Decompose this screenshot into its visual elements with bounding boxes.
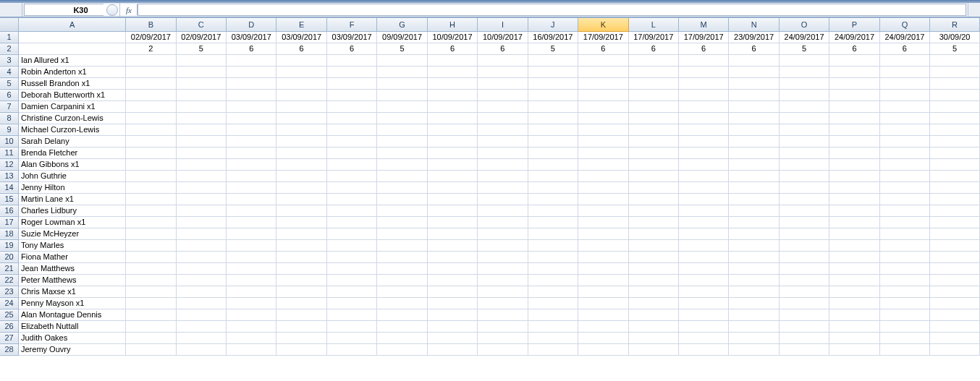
cell[interactable] <box>227 181 276 193</box>
cell[interactable] <box>829 124 879 135</box>
row-header[interactable]: 7 <box>0 100 19 112</box>
row-header[interactable]: 9 <box>0 124 19 135</box>
cell[interactable] <box>326 147 376 158</box>
cell[interactable] <box>930 124 980 135</box>
cell[interactable]: Chris Maxse x1 <box>19 286 126 297</box>
cell[interactable] <box>126 89 176 100</box>
cell[interactable] <box>879 112 929 124</box>
cell[interactable] <box>528 54 578 66</box>
cell[interactable]: 10/09/2017 <box>478 31 528 43</box>
cell[interactable] <box>628 100 678 112</box>
cell[interactable] <box>578 262 628 274</box>
row-header[interactable]: 6 <box>0 89 19 100</box>
cell[interactable] <box>829 66 879 77</box>
cell[interactable] <box>427 112 477 124</box>
cell[interactable] <box>377 228 427 239</box>
cell[interactable] <box>628 286 678 297</box>
cell[interactable] <box>377 147 427 158</box>
cell[interactable] <box>326 262 376 274</box>
cancel-formula-button[interactable] <box>106 4 118 16</box>
cell[interactable] <box>879 89 929 100</box>
column-header-E[interactable]: E <box>276 18 326 31</box>
cell[interactable] <box>176 228 226 239</box>
cell[interactable] <box>578 332 628 343</box>
cell[interactable] <box>276 205 326 216</box>
cell[interactable] <box>879 158 929 170</box>
cell[interactable] <box>377 239 427 251</box>
cell[interactable] <box>276 320 326 332</box>
cell[interactable]: 17/09/2017 <box>628 31 678 43</box>
row-header[interactable]: 26 <box>0 320 19 332</box>
cell[interactable] <box>578 205 628 216</box>
cell[interactable]: 5 <box>377 43 427 54</box>
cell[interactable] <box>930 343 980 355</box>
cell[interactable] <box>729 135 779 147</box>
cell[interactable] <box>729 239 779 251</box>
cell[interactable] <box>377 100 427 112</box>
cell[interactable] <box>427 309 477 320</box>
row-header[interactable]: 24 <box>0 297 19 309</box>
cell[interactable] <box>377 112 427 124</box>
row-header[interactable]: 23 <box>0 286 19 297</box>
cell[interactable] <box>628 147 678 158</box>
cell[interactable] <box>628 193 678 205</box>
cell[interactable] <box>578 124 628 135</box>
row-header[interactable]: 10 <box>0 135 19 147</box>
row-header[interactable]: 3 <box>0 54 19 66</box>
cell[interactable] <box>729 286 779 297</box>
cell[interactable] <box>779 262 829 274</box>
cell[interactable] <box>578 309 628 320</box>
cell[interactable]: 09/09/2017 <box>377 31 427 43</box>
cell[interactable] <box>227 228 276 239</box>
cell[interactable]: 5 <box>176 43 226 54</box>
cell[interactable] <box>276 124 326 135</box>
cell[interactable] <box>779 239 829 251</box>
cell[interactable] <box>628 228 678 239</box>
cell[interactable] <box>478 112 528 124</box>
cell[interactable] <box>126 228 176 239</box>
cell[interactable] <box>678 147 728 158</box>
cell[interactable] <box>478 147 528 158</box>
cell[interactable] <box>176 100 226 112</box>
cell[interactable] <box>126 332 176 343</box>
cell[interactable] <box>678 181 728 193</box>
cell[interactable] <box>779 181 829 193</box>
cell[interactable] <box>227 158 276 170</box>
column-header-J[interactable]: J <box>528 18 578 31</box>
cell[interactable] <box>126 286 176 297</box>
cell[interactable] <box>377 89 427 100</box>
cell[interactable] <box>176 170 226 181</box>
cell[interactable] <box>176 297 226 309</box>
cell[interactable] <box>779 286 829 297</box>
cell[interactable] <box>628 54 678 66</box>
row-header[interactable]: 16 <box>0 205 19 216</box>
cell[interactable] <box>879 332 929 343</box>
column-header-N[interactable]: N <box>729 18 779 31</box>
column-header-M[interactable]: M <box>678 18 728 31</box>
cell[interactable] <box>227 309 276 320</box>
cell[interactable]: 6 <box>276 43 326 54</box>
cell[interactable] <box>478 332 528 343</box>
cell[interactable] <box>528 239 578 251</box>
cell[interactable] <box>427 193 477 205</box>
cell[interactable] <box>478 309 528 320</box>
cell[interactable]: 24/09/2017 <box>829 31 879 43</box>
cell[interactable]: 17/09/2017 <box>678 31 728 43</box>
cell[interactable] <box>829 100 879 112</box>
cell[interactable] <box>276 286 326 297</box>
cell[interactable] <box>326 100 376 112</box>
cell[interactable] <box>628 239 678 251</box>
cell[interactable] <box>678 309 728 320</box>
cell[interactable] <box>427 66 477 77</box>
cell[interactable] <box>729 320 779 332</box>
cell[interactable] <box>478 274 528 286</box>
cell[interactable] <box>176 66 226 77</box>
cell[interactable] <box>628 89 678 100</box>
cell[interactable] <box>729 124 779 135</box>
cell[interactable] <box>227 89 276 100</box>
cell[interactable] <box>528 77 578 89</box>
cell[interactable] <box>176 124 226 135</box>
cell[interactable] <box>427 262 477 274</box>
column-header-F[interactable]: F <box>326 18 376 31</box>
cell[interactable] <box>227 343 276 355</box>
